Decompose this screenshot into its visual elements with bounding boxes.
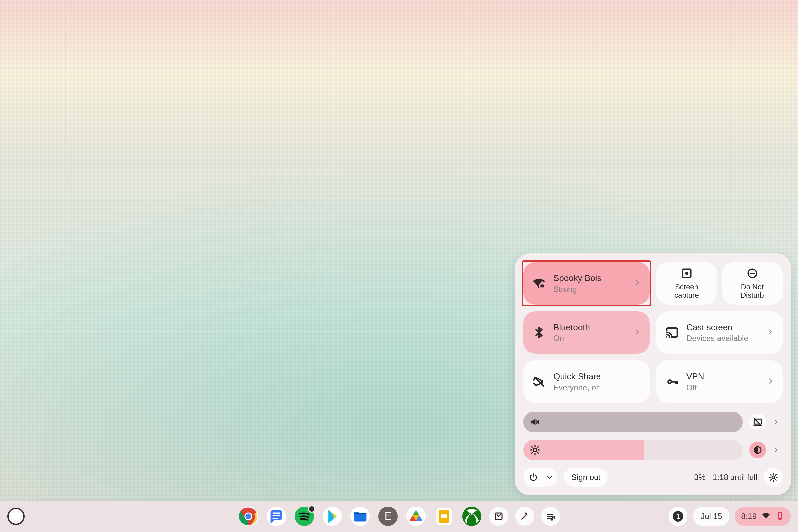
stylus-button[interactable]	[515, 507, 534, 526]
brightness-icon	[529, 444, 540, 456]
svg-rect-0	[540, 284, 545, 288]
cast-labels: Cast screen Devices available	[686, 322, 748, 343]
calendar-button[interactable]: Jul 15	[693, 507, 729, 526]
svg-point-5	[669, 381, 671, 383]
cast-sub: Devices available	[686, 334, 748, 343]
svg-rect-22	[440, 514, 447, 518]
quickshare-title: Quick Share	[553, 372, 601, 382]
notifications-button[interactable]: 1	[669, 507, 687, 526]
shelf: E 1 Jul 15 8:19	[0, 501, 798, 532]
sliders	[524, 412, 783, 460]
cast-icon	[665, 325, 679, 340]
tote-button[interactable]	[490, 507, 508, 526]
vpn-labels: VPN Off	[686, 372, 704, 392]
tiles-grid: Spooky Bois Strong Screen capture Do Not…	[524, 262, 783, 403]
playlist-button[interactable]	[541, 507, 560, 526]
volume-row	[524, 412, 783, 432]
bluetooth-sub: On	[553, 334, 590, 343]
bluetooth-tile[interactable]: Bluetooth On	[524, 311, 650, 354]
vpn-sub: Off	[686, 383, 704, 392]
app-profile-avatar[interactable]: E	[378, 506, 398, 527]
vpn-key-icon	[665, 375, 679, 389]
quickshare-tile[interactable]: Quick Share Everyone, off	[524, 360, 650, 403]
night-light-button[interactable]	[749, 441, 766, 458]
cast-title: Cast screen	[686, 322, 748, 332]
shelf-apps: E	[238, 506, 560, 527]
quickshare-icon	[532, 375, 546, 389]
svg-rect-27	[779, 518, 781, 519]
dnd-icon	[746, 267, 758, 279]
dnd-tile[interactable]: Do Not Disturb	[722, 262, 783, 305]
brightness-expand[interactable]	[770, 446, 783, 454]
cast-tile[interactable]: Cast screen Devices available	[657, 311, 783, 354]
app-chrome[interactable]	[238, 506, 259, 527]
vpn-tile[interactable]: VPN Off	[657, 360, 783, 403]
svg-point-13	[245, 513, 251, 519]
svg-point-9	[772, 476, 775, 479]
cast-expand[interactable]	[767, 328, 774, 337]
brightness-slider[interactable]	[524, 440, 743, 460]
app-messages[interactable]	[266, 506, 287, 527]
launcher-button[interactable]	[7, 508, 25, 525]
sign-out-label: Sign out	[571, 473, 601, 482]
volume-muted-icon	[529, 416, 540, 428]
svg-point-7	[533, 448, 537, 452]
status-battery-icon	[775, 511, 785, 522]
vpn-title: VPN	[686, 372, 704, 382]
shelf-right: 1 Jul 15 8:19	[669, 507, 791, 526]
wifi-expand[interactable]	[634, 279, 641, 288]
power-menu-button[interactable]	[524, 468, 557, 487]
svg-point-2	[685, 272, 688, 274]
app-play-games[interactable]	[406, 506, 426, 527]
screen-capture-label: Screen capture	[674, 283, 699, 300]
bluetooth-expand[interactable]	[634, 328, 641, 337]
shelf-left	[7, 508, 74, 525]
audio-output-button[interactable]	[749, 414, 766, 430]
app-files[interactable]	[350, 506, 370, 527]
notifications-count: 1	[673, 511, 683, 522]
app-play-store[interactable]	[322, 506, 342, 527]
svg-rect-26	[779, 512, 781, 513]
shelf-time: 8:19	[741, 512, 757, 521]
quick-settings-panel: Spooky Bois Strong Screen capture Do Not…	[515, 253, 791, 495]
app-slides[interactable]	[434, 506, 454, 527]
wifi-tile[interactable]: Spooky Bois Strong	[524, 262, 650, 305]
volume-expand[interactable]	[770, 418, 783, 425]
app-xbox[interactable]	[461, 506, 482, 527]
quickshare-labels: Quick Share Everyone, off	[553, 372, 601, 392]
avatar-letter: E	[385, 510, 392, 522]
dnd-label: Do Not Disturb	[741, 283, 764, 300]
sign-out-button[interactable]: Sign out	[564, 468, 608, 487]
bluetooth-labels: Bluetooth On	[553, 322, 590, 343]
wifi-labels: Spooky Bois Strong	[553, 273, 602, 294]
quickshare-sub: Everyone, off	[553, 383, 601, 392]
app-spotify-badge	[308, 506, 315, 513]
status-area-button[interactable]: 8:19	[735, 507, 791, 526]
app-spotify[interactable]	[294, 506, 315, 527]
mini-pair: Screen capture Do Not Disturb	[657, 262, 783, 305]
screen-capture-tile[interactable]: Screen capture	[657, 262, 717, 305]
brightness-row	[524, 440, 783, 460]
battery-status-text: 3% - 1:18 until full	[694, 473, 757, 482]
shelf-date: Jul 15	[701, 512, 722, 521]
status-wifi-icon	[761, 511, 771, 522]
bluetooth-icon	[532, 325, 546, 340]
wifi-sub: Strong	[553, 285, 602, 294]
wifi-title: Spooky Bois	[553, 273, 602, 283]
bluetooth-title: Bluetooth	[553, 322, 590, 332]
panel-footer: Sign out 3% - 1:18 until full	[524, 468, 783, 487]
wifi-lock-icon	[532, 276, 546, 290]
volume-slider[interactable]	[524, 412, 743, 432]
screen-capture-icon	[681, 267, 692, 279]
settings-button[interactable]	[764, 468, 783, 487]
vpn-expand[interactable]	[767, 377, 774, 386]
